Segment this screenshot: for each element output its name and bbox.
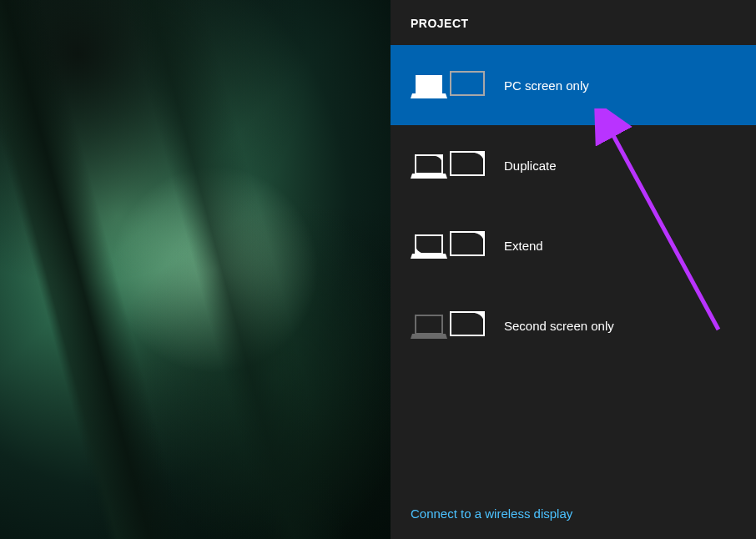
panel-title: PROJECT <box>391 0 756 45</box>
connect-wireless-display-link[interactable]: Connect to a wireless display <box>391 491 756 539</box>
svg-rect-6 <box>416 315 442 334</box>
project-panel: PROJECT PC screen only Du <box>391 0 756 539</box>
svg-rect-5 <box>451 232 484 255</box>
pc-screen-only-icon <box>411 67 487 103</box>
svg-rect-1 <box>451 72 484 95</box>
desktop-wallpaper <box>0 0 391 539</box>
svg-rect-7 <box>451 312 484 335</box>
option-label: Second screen only <box>504 319 614 333</box>
option-label: Duplicate <box>504 159 557 173</box>
option-label: Extend <box>504 239 543 253</box>
extend-icon <box>411 227 487 264</box>
svg-rect-3 <box>451 152 484 175</box>
option-second-screen-only[interactable]: Second screen only <box>391 285 756 365</box>
option-pc-screen-only[interactable]: PC screen only <box>391 45 756 125</box>
option-label: PC screen only <box>504 78 589 93</box>
svg-rect-2 <box>416 155 442 174</box>
option-extend[interactable]: Extend <box>391 205 756 285</box>
second-screen-only-icon <box>411 307 487 344</box>
duplicate-icon <box>411 147 487 184</box>
option-duplicate[interactable]: Duplicate <box>391 125 756 205</box>
svg-rect-4 <box>416 235 442 254</box>
svg-rect-0 <box>416 75 442 93</box>
